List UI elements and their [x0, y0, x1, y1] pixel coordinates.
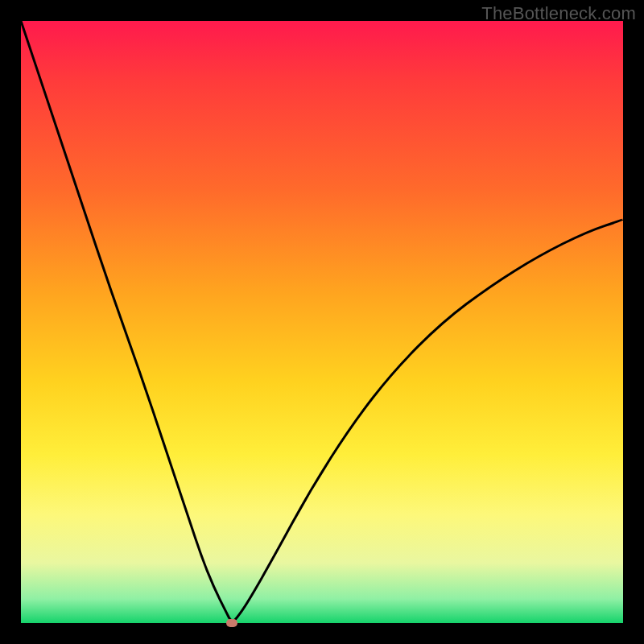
- watermark-text: TheBottleneck.com: [481, 3, 636, 24]
- plot-area: [21, 21, 623, 623]
- chart-frame: TheBottleneck.com: [0, 0, 644, 644]
- minimum-marker: [226, 619, 237, 627]
- bottleneck-curve: [21, 21, 623, 623]
